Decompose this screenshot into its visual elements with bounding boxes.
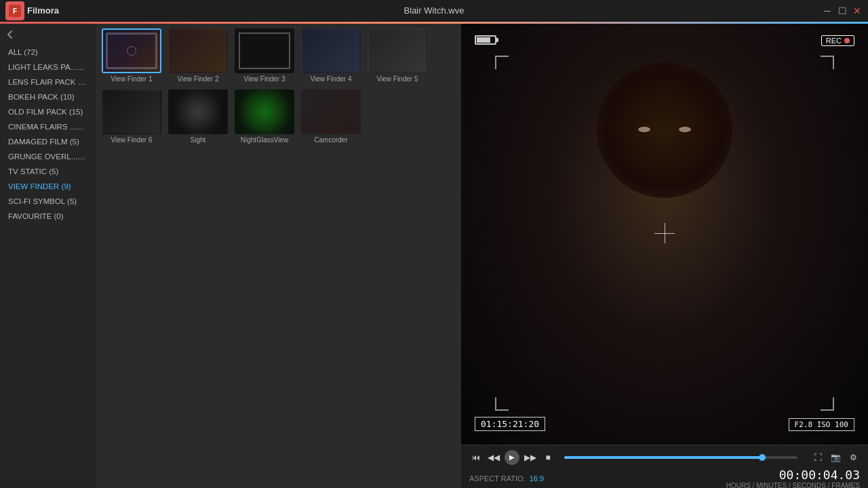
step-forward-button[interactable]: ▶▶ bbox=[524, 451, 537, 464]
exposure-overlay: F2.8 ISO 100 bbox=[789, 418, 854, 431]
frame-corner-bl bbox=[495, 397, 509, 411]
sidebar-item-lens-flair[interactable]: LENS FLAIR PACK (5) bbox=[0, 75, 94, 89]
thumb-label-vf5: View Finder 5 bbox=[377, 75, 418, 83]
screenshot-button[interactable]: 📷 bbox=[829, 451, 842, 464]
main-area: ALL (72)LIGHT LEAKS PA... (8)LENS FLAIR … bbox=[0, 22, 868, 488]
thumb-item-night[interactable]: NightGlassView bbox=[235, 89, 294, 144]
thumb-img-vf1 bbox=[102, 28, 161, 73]
thumb-label-night: NightGlassView bbox=[241, 136, 288, 144]
logo-icon: F bbox=[5, 1, 24, 20]
thumb-img-vf6 bbox=[102, 89, 161, 134]
thumb-item-vf1[interactable]: View Finder 1 bbox=[102, 28, 161, 83]
sidebar-back-button[interactable] bbox=[0, 27, 94, 42]
sidebar-item-view-finder[interactable]: VIEW FINDER (9) bbox=[0, 179, 94, 194]
jump-start-button[interactable]: ⏮ bbox=[469, 451, 483, 464]
svg-text:F: F bbox=[13, 7, 17, 15]
thumb-label-sight: Sight bbox=[191, 136, 206, 144]
content-panel: View Finder 1View Finder 2View Finder 3V… bbox=[95, 22, 461, 488]
aspect-ratio-label: ASPECT RATIO: bbox=[469, 474, 526, 483]
thumb-img-sight bbox=[168, 89, 228, 134]
progress-fill bbox=[564, 456, 762, 459]
preview-extra-controls: ⛶ 📷 ⚙ bbox=[811, 451, 860, 464]
sidebar-item-favourite[interactable]: FAVOURITE (0) bbox=[0, 209, 94, 224]
sidebar-item-bokeh[interactable]: BOKEH PACK (10) bbox=[0, 89, 94, 104]
thumb-img-cam bbox=[301, 89, 361, 134]
thumb-item-vf4[interactable]: View Finder 4 bbox=[301, 28, 361, 83]
rec-badge: REC bbox=[821, 35, 854, 46]
preview-controls: ⏮ ◀◀ ▶ ▶▶ ■ ⛶ 📷 ⚙ bbox=[461, 445, 868, 469]
close-button[interactable]: ✕ bbox=[852, 5, 863, 16]
thumb-label-cam: Camcorder bbox=[314, 136, 347, 144]
app-logo: F Filmora bbox=[5, 1, 59, 20]
sidebar-item-all[interactable]: ALL (72) bbox=[0, 45, 94, 60]
sidebar-item-grunge[interactable]: GRUNGE OVERL... (5) bbox=[0, 149, 94, 164]
thumb-item-vf3[interactable]: View Finder 3 bbox=[235, 28, 294, 83]
timecode-units: HOURS / MINUTES / SECONDS / FRAMES bbox=[726, 482, 860, 488]
window-controls: ─ ☐ ✕ bbox=[822, 5, 863, 16]
play-pause-button[interactable]: ▶ bbox=[505, 450, 519, 465]
sidebar-item-cinema-flairs[interactable]: CINEMA FLAIRS ... (5) bbox=[0, 119, 94, 134]
battery-indicator bbox=[475, 35, 496, 45]
fullscreen-button[interactable]: ⛶ bbox=[811, 451, 825, 464]
sidebar-item-sci-fi[interactable]: SCI-FI SYMBOL (5) bbox=[0, 194, 94, 209]
frame-corner-br bbox=[821, 397, 834, 411]
sidebar-item-tv-static[interactable]: TV STATIC (5) bbox=[0, 164, 94, 179]
frame-corner-tr bbox=[821, 56, 834, 69]
top-progress-bar bbox=[0, 22, 868, 24]
thumb-img-vf5 bbox=[368, 28, 427, 73]
thumb-item-sight[interactable]: Sight bbox=[168, 89, 228, 144]
thumb-label-vf2: View Finder 2 bbox=[178, 75, 219, 83]
sidebar-items: ALL (72)LIGHT LEAKS PA... (8)LENS FLAIR … bbox=[0, 45, 94, 224]
thumbnail-grid: View Finder 1View Finder 2View Finder 3V… bbox=[102, 28, 454, 144]
thumb-label-vf4: View Finder 4 bbox=[311, 75, 352, 83]
stop-button[interactable]: ■ bbox=[541, 451, 555, 464]
thumb-label-vf1: View Finder 1 bbox=[111, 75, 153, 83]
sidebar-item-old-film[interactable]: OLD FILM PACK (15) bbox=[0, 104, 94, 119]
thumb-img-vf3 bbox=[235, 28, 294, 73]
thumb-img-vf2 bbox=[168, 28, 228, 73]
thumb-img-night bbox=[235, 89, 294, 134]
window-title: Blair Witch.wve bbox=[404, 5, 465, 16]
preview-overlay: REC 01:15:21:20 F2.8 ISO 100 bbox=[461, 22, 868, 445]
sidebar-item-damaged-film[interactable]: DAMAGED FILM (5) bbox=[0, 134, 94, 149]
topbar: F Filmora Blair Witch.wve ─ ☐ ✕ bbox=[0, 0, 868, 22]
rec-dot bbox=[844, 38, 850, 43]
thumb-item-vf2[interactable]: View Finder 2 bbox=[168, 28, 228, 83]
preview-video: REC 01:15:21:20 F2.8 ISO 100 bbox=[461, 22, 868, 445]
playback-progress[interactable] bbox=[564, 456, 797, 459]
aspect-ratio-value[interactable]: 16:9 bbox=[530, 474, 544, 483]
sidebar: ALL (72)LIGHT LEAKS PA... (8)LENS FLAIR … bbox=[0, 22, 95, 488]
progress-thumb bbox=[759, 454, 766, 461]
timecode-display: 00:00:04.03 bbox=[726, 468, 860, 482]
aspect-ratio-bar: ASPECT RATIO: 16:9 00:00:04.03 HOURS / M… bbox=[461, 469, 868, 488]
minimize-button[interactable]: ─ bbox=[822, 5, 833, 16]
rec-indicator: REC bbox=[821, 35, 854, 46]
sidebar-item-light-leaks[interactable]: LIGHT LEAKS PA... (8) bbox=[0, 60, 94, 75]
rec-label: REC bbox=[826, 37, 842, 45]
battery-icon bbox=[475, 35, 496, 45]
crosshair bbox=[654, 223, 675, 243]
timecode-overlay: 01:15:21:20 bbox=[475, 417, 545, 431]
thumb-item-vf5[interactable]: View Finder 5 bbox=[368, 28, 427, 83]
maximize-button[interactable]: ☐ bbox=[837, 5, 848, 16]
app-name: Filmora bbox=[27, 5, 59, 16]
preview-pane: REC 01:15:21:20 F2.8 ISO 100 ⏮ ◀◀ ▶ bbox=[461, 22, 868, 488]
settings-button[interactable]: ⚙ bbox=[846, 451, 860, 464]
frame-corner-tl bbox=[495, 56, 509, 69]
step-back-button[interactable]: ◀◀ bbox=[487, 451, 500, 464]
thumb-item-cam[interactable]: Camcorder bbox=[301, 89, 361, 144]
thumb-img-vf4 bbox=[301, 28, 361, 73]
thumb-label-vf3: View Finder 3 bbox=[244, 75, 285, 83]
thumb-label-vf6: View Finder 6 bbox=[111, 136, 153, 144]
thumb-item-vf6[interactable]: View Finder 6 bbox=[102, 89, 161, 144]
